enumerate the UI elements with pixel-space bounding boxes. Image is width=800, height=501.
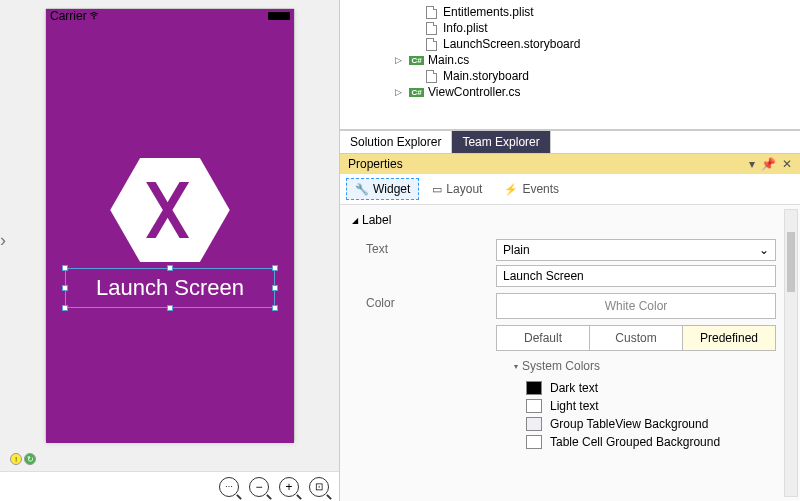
zoom-fit-icon[interactable] bbox=[219, 477, 239, 497]
tab-events[interactable]: ⚡Events bbox=[495, 178, 568, 200]
tree-item-label: Info.plist bbox=[443, 21, 488, 35]
tree-item-label: Main.cs bbox=[428, 53, 469, 67]
properties-body: ◢ Label Text Plain ⌄ Color White Color bbox=[340, 205, 800, 501]
color-item[interactable]: Light text bbox=[514, 397, 776, 415]
tree-item[interactable]: ▷C#ViewController.cs bbox=[370, 84, 800, 100]
right-pane: Entitlements.plistInfo.plistLaunchScreen… bbox=[340, 0, 800, 501]
document-file-icon bbox=[425, 21, 438, 35]
tree-item[interactable]: Entitlements.plist bbox=[370, 4, 800, 20]
file-tree[interactable]: Entitlements.plistInfo.plistLaunchScreen… bbox=[340, 0, 800, 130]
designer-canvas[interactable]: › Carrier bbox=[0, 0, 339, 471]
color-value-display[interactable]: White Color bbox=[496, 293, 776, 319]
tree-item[interactable]: ▷C#Main.cs bbox=[370, 52, 800, 68]
expand-caret-icon[interactable]: ▷ bbox=[395, 87, 405, 97]
csharp-file-icon: C# bbox=[410, 53, 423, 67]
tab-team-explorer[interactable]: Team Explorer bbox=[452, 131, 550, 153]
properties-panel: Properties ▾ 📌 ✕ 🔧Widget ▭Layout ⚡Events… bbox=[340, 153, 800, 501]
prop-row-text: Text Plain ⌄ bbox=[352, 239, 788, 287]
close-icon[interactable]: ✕ bbox=[782, 157, 792, 171]
section-label[interactable]: ◢ Label bbox=[352, 213, 788, 227]
wrench-icon: 🔧 bbox=[355, 183, 369, 196]
tab-layout[interactable]: ▭Layout bbox=[423, 178, 491, 200]
prop-row-color: Color White Color Default Custom Predefi… bbox=[352, 293, 788, 451]
system-colors-label: System Colors bbox=[522, 359, 600, 373]
svg-point-0 bbox=[93, 18, 95, 20]
battery-icon bbox=[268, 12, 290, 20]
color-item-label: Dark text bbox=[550, 381, 598, 395]
document-file-icon bbox=[425, 5, 438, 19]
tab-layout-label: Layout bbox=[446, 182, 482, 196]
scrollbar[interactable] bbox=[784, 209, 798, 497]
tab-widget[interactable]: 🔧Widget bbox=[346, 178, 419, 200]
status-bar: Carrier bbox=[46, 9, 294, 23]
color-prop-label: Color bbox=[366, 293, 496, 451]
statusbar-carrier: Carrier bbox=[50, 9, 99, 23]
layout-icon: ▭ bbox=[432, 183, 442, 196]
tree-item[interactable]: LaunchScreen.storyboard bbox=[370, 36, 800, 52]
color-swatch-icon bbox=[526, 435, 542, 449]
text-type-select[interactable]: Plain ⌄ bbox=[496, 239, 776, 261]
tab-solution-explorer[interactable]: Solution Explorer bbox=[340, 131, 452, 153]
resize-handle[interactable] bbox=[62, 265, 68, 271]
tree-item-label: ViewController.cs bbox=[428, 85, 520, 99]
designer-pane: › Carrier bbox=[0, 0, 340, 501]
text-prop-label: Text bbox=[366, 239, 496, 287]
resize-handle[interactable] bbox=[62, 285, 68, 291]
collapse-caret-icon: ◢ bbox=[352, 216, 358, 225]
chevron-down-icon: ⌄ bbox=[759, 243, 769, 257]
section-label-text: Label bbox=[362, 213, 391, 227]
properties-header: Properties ▾ 📌 ✕ bbox=[340, 154, 800, 174]
color-item[interactable]: Group TableView Background bbox=[514, 415, 776, 433]
designer-status-badges: ! ↻ bbox=[10, 453, 36, 465]
resize-handle[interactable] bbox=[272, 265, 278, 271]
resize-handle[interactable] bbox=[167, 265, 173, 271]
caret-icon: ▾ bbox=[514, 362, 518, 371]
properties-tabs: 🔧Widget ▭Layout ⚡Events bbox=[340, 174, 800, 205]
csharp-file-icon: C# bbox=[410, 85, 423, 99]
color-tab-custom[interactable]: Custom bbox=[589, 325, 683, 351]
system-colors-list: ▾ System Colors Dark textLight textGroup… bbox=[496, 351, 776, 451]
zoom-out-icon[interactable] bbox=[249, 477, 269, 497]
text-type-value: Plain bbox=[503, 243, 530, 257]
color-item[interactable]: Dark text bbox=[514, 379, 776, 397]
expand-caret-icon[interactable]: ▷ bbox=[395, 55, 405, 65]
tree-item[interactable]: Info.plist bbox=[370, 20, 800, 36]
zoom-in-icon[interactable] bbox=[279, 477, 299, 497]
dropdown-icon[interactable]: ▾ bbox=[749, 157, 755, 171]
color-item-label: Light text bbox=[550, 399, 599, 413]
pin-icon[interactable]: 📌 bbox=[761, 157, 776, 171]
explorer-tabs: Solution Explorer Team Explorer bbox=[340, 130, 800, 153]
resize-handle[interactable] bbox=[62, 305, 68, 311]
launch-screen-view[interactable]: Launch Screen bbox=[46, 23, 294, 443]
color-swatch-icon bbox=[526, 417, 542, 431]
color-item[interactable]: Table Cell Grouped Background bbox=[514, 433, 776, 451]
properties-title: Properties bbox=[348, 157, 403, 171]
warning-badge-icon[interactable]: ! bbox=[10, 453, 22, 465]
tree-item-label: LaunchScreen.storyboard bbox=[443, 37, 580, 51]
nav-prev-icon[interactable]: › bbox=[0, 230, 6, 251]
color-swatch-icon bbox=[526, 381, 542, 395]
color-tab-predefined[interactable]: Predefined bbox=[682, 325, 776, 351]
resize-handle[interactable] bbox=[272, 305, 278, 311]
launch-screen-text: Launch Screen bbox=[96, 275, 244, 301]
color-tab-default[interactable]: Default bbox=[496, 325, 590, 351]
scrollbar-thumb[interactable] bbox=[787, 232, 795, 292]
color-item-label: Table Cell Grouped Background bbox=[550, 435, 720, 449]
resize-handle[interactable] bbox=[272, 285, 278, 291]
document-file-icon bbox=[425, 69, 438, 83]
color-mode-tabs: Default Custom Predefined bbox=[496, 325, 776, 351]
refresh-badge-icon[interactable]: ↻ bbox=[24, 453, 36, 465]
xamarin-logo-icon bbox=[110, 158, 230, 262]
document-file-icon bbox=[425, 37, 438, 51]
tree-item[interactable]: Main.storyboard bbox=[370, 68, 800, 84]
tree-item-label: Entitlements.plist bbox=[443, 5, 534, 19]
text-value-input[interactable] bbox=[496, 265, 776, 287]
tab-events-label: Events bbox=[522, 182, 559, 196]
resize-handle[interactable] bbox=[167, 305, 173, 311]
wifi-icon bbox=[89, 9, 99, 23]
color-item-label: Group TableView Background bbox=[550, 417, 708, 431]
selected-label[interactable]: Launch Screen bbox=[65, 268, 275, 308]
zoom-reset-icon[interactable] bbox=[309, 477, 329, 497]
tab-widget-label: Widget bbox=[373, 182, 410, 196]
system-colors-section[interactable]: ▾ System Colors bbox=[514, 359, 776, 373]
